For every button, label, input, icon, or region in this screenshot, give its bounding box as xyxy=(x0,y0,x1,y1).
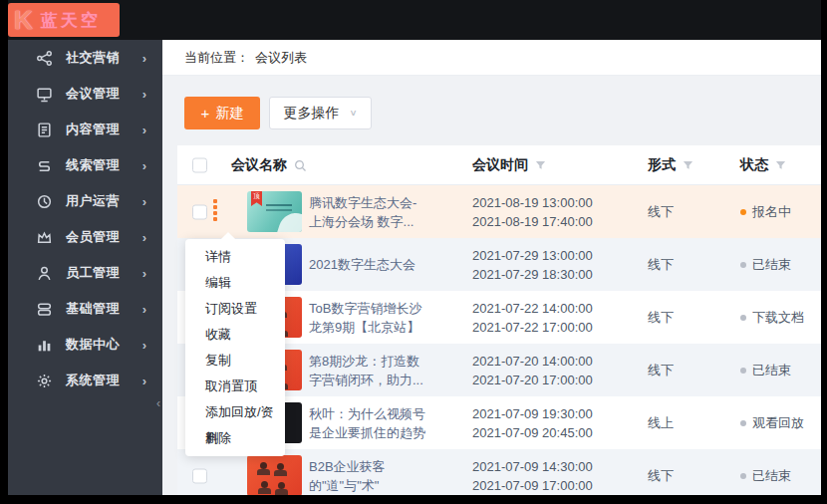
window-frame-right xyxy=(821,0,827,504)
meeting-time-start: 2021-08-19 13:00:00 xyxy=(472,193,642,212)
meeting-time-start: 2021-07-09 14:30:00 xyxy=(472,457,642,476)
status-dot xyxy=(740,262,746,268)
meeting-name[interactable]: ToB数字营销增长沙 龙第9期【北京站】 xyxy=(309,291,466,344)
plus-icon: + xyxy=(201,105,210,122)
sidebar-item-label: 线索管理 xyxy=(66,156,120,174)
sidebar-item-label: 员工管理 xyxy=(66,264,120,282)
meeting-time-end: 2021-07-29 18:30:00 xyxy=(472,265,642,284)
meeting-name[interactable]: 第8期沙龙：打造数 字营销闭环，助力... xyxy=(309,344,466,396)
sidebar-item-content-management[interactable]: 内容管理 › xyxy=(8,112,162,147)
meeting-form: 线下 xyxy=(648,344,707,396)
meeting-time: 2021-07-20 14:00:00 2021-07-20 17:00:00 xyxy=(472,344,642,396)
meeting-thumbnail: 顶 xyxy=(247,191,302,232)
meeting-time: 2021-08-19 13:00:00 2021-08-19 17:40:00 xyxy=(472,185,642,238)
context-menu-item-delete[interactable]: 删除 xyxy=(185,425,285,451)
context-menu-item-add-replay[interactable]: 添加回放/资料 xyxy=(185,399,285,425)
meeting-name[interactable]: 腾讯数字生态大会- 上海分会场 数字... xyxy=(309,185,466,238)
logo-k-mark: K xyxy=(14,5,33,36)
sidebar-item-social-marketing[interactable]: 社交营销 › xyxy=(8,40,162,76)
status-text: 已结束 xyxy=(752,467,791,485)
meeting-name[interactable]: 2021数字生态大会 xyxy=(309,238,466,291)
presentation-icon xyxy=(36,86,53,103)
meeting-name[interactable]: 秋叶：为什么视频号 是企业要抓住的趋势 xyxy=(309,396,466,449)
meeting-time-end: 2021-07-09 17:00:00 xyxy=(472,476,642,495)
meeting-name-line1: 2021数字生态大会 xyxy=(309,255,466,274)
form-filter-icon[interactable] xyxy=(683,160,693,171)
sidebar-item-leads-management[interactable]: 线索管理 › xyxy=(8,147,162,183)
search-icon[interactable] xyxy=(294,159,307,172)
meeting-time-end: 2021-08-19 17:40:00 xyxy=(472,212,642,231)
meeting-name-line2: 龙第9期【北京站】 xyxy=(309,318,466,337)
status-dot xyxy=(740,209,746,215)
meeting-time-start: 2021-07-09 19:30:00 xyxy=(472,404,642,423)
select-all-checkbox[interactable] xyxy=(192,157,207,172)
time-filter-icon[interactable] xyxy=(535,160,546,171)
sidebar-item-employee-management[interactable]: 员工管理 › xyxy=(8,255,162,291)
sidebar-item-data-center[interactable]: 数据中心 › xyxy=(8,327,162,363)
chevron-right-icon: › xyxy=(142,123,146,137)
status-filter-icon[interactable] xyxy=(775,160,786,171)
meeting-time-start: 2021-07-29 13:00:00 xyxy=(472,246,642,265)
context-menu-item-copy[interactable]: 复制 xyxy=(185,348,285,374)
row-checkbox[interactable] xyxy=(192,204,207,219)
sidebar-item-label: 用户运营 xyxy=(66,192,120,210)
sidebar-item-member-management[interactable]: 会员管理 › xyxy=(8,219,162,255)
meeting-time-start: 2021-07-22 14:00:00 xyxy=(472,299,642,318)
row-kebab-menu-icon[interactable] xyxy=(210,199,220,225)
sidebar: 社交营销 › 会议管理 › 内容管理 › 线索管理 › xyxy=(8,40,162,495)
context-menu-item-favorite[interactable]: 收藏 xyxy=(185,322,285,348)
meeting-time: 2021-07-09 14:30:00 2021-07-09 17:00:00 xyxy=(472,449,642,495)
status-badge: 观看回放 xyxy=(740,396,820,449)
column-header-form-label: 形式 xyxy=(648,156,676,174)
meeting-name-line1: ToB数字营销增长沙 xyxy=(309,299,466,318)
chevron-right-icon: › xyxy=(142,158,146,173)
status-dot xyxy=(740,473,746,479)
more-actions-button[interactable]: 更多操作 ∨ xyxy=(269,97,372,129)
meeting-name-line2: 的"道"与"术" xyxy=(309,476,466,495)
column-header-form: 形式 xyxy=(648,145,693,185)
status-badge: 下载文档 xyxy=(740,291,820,344)
bar-chart-icon xyxy=(36,337,53,354)
chevron-right-icon: › xyxy=(142,51,146,66)
status-text: 下载文档 xyxy=(752,309,804,327)
row-checkbox[interactable] xyxy=(192,468,207,483)
meeting-name-line1: B2B企业获客 xyxy=(309,457,466,476)
share-network-icon xyxy=(36,50,53,67)
meeting-name[interactable]: B2B企业获客 的"道"与"术" xyxy=(309,449,466,495)
status-text: 观看回放 xyxy=(752,414,804,432)
meeting-form: 线下 xyxy=(648,185,707,238)
status-dot xyxy=(740,315,746,321)
meeting-thumbnail xyxy=(247,455,302,495)
sidebar-item-user-operation[interactable]: 用户运营 › xyxy=(8,183,162,219)
new-button[interactable]: + 新建 xyxy=(184,97,260,129)
context-menu-item-edit[interactable]: 编辑 xyxy=(185,270,285,296)
meeting-name-line1: 腾讯数字生态大会- xyxy=(309,193,466,212)
gear-icon xyxy=(36,373,53,389)
meeting-time-start: 2021-07-20 14:00:00 xyxy=(472,352,642,371)
chevron-right-icon: › xyxy=(142,194,146,209)
meeting-time: 2021-07-09 19:30:00 2021-07-09 20:45:00 xyxy=(472,396,642,449)
context-menu-item-subscription[interactable]: 订阅设置 xyxy=(185,296,285,322)
context-menu-item-details[interactable]: 详情 xyxy=(185,244,285,270)
sidebar-item-basic-management[interactable]: 基础管理 › xyxy=(8,291,162,327)
sidebar-item-label: 内容管理 xyxy=(66,121,120,138)
sidebar-item-label: 社交营销 xyxy=(66,49,120,67)
crown-icon xyxy=(36,229,53,246)
meeting-form: 线下 xyxy=(648,238,707,291)
clock-icon xyxy=(36,193,53,210)
table-row[interactable]: 顶 腾讯数字生态大会- 上海分会场 数字... 2021-08-19 13:00… xyxy=(177,185,821,238)
sidebar-item-meeting-management[interactable]: 会议管理 › xyxy=(8,76,162,112)
meeting-time-end: 2021-07-20 17:00:00 xyxy=(472,371,642,389)
meeting-name-line2: 上海分会场 数字... xyxy=(309,212,466,231)
sidebar-item-label: 会员管理 xyxy=(66,228,120,246)
status-dot xyxy=(740,420,746,426)
sidebar-item-system-management[interactable]: 系统管理 › xyxy=(8,363,162,398)
column-header-status-label: 状态 xyxy=(740,156,768,174)
table-header: 会议名称 会议时间 形式 状态 xyxy=(177,145,821,185)
context-menu-item-unpin[interactable]: 取消置顶 xyxy=(185,374,285,399)
status-text: 报名中 xyxy=(752,203,791,221)
meeting-name-line2: 字营销闭环，助力... xyxy=(309,371,466,389)
meeting-name-line1: 第8期沙龙：打造数 xyxy=(309,352,466,371)
link-icon xyxy=(36,157,53,174)
person-icon xyxy=(36,265,53,282)
